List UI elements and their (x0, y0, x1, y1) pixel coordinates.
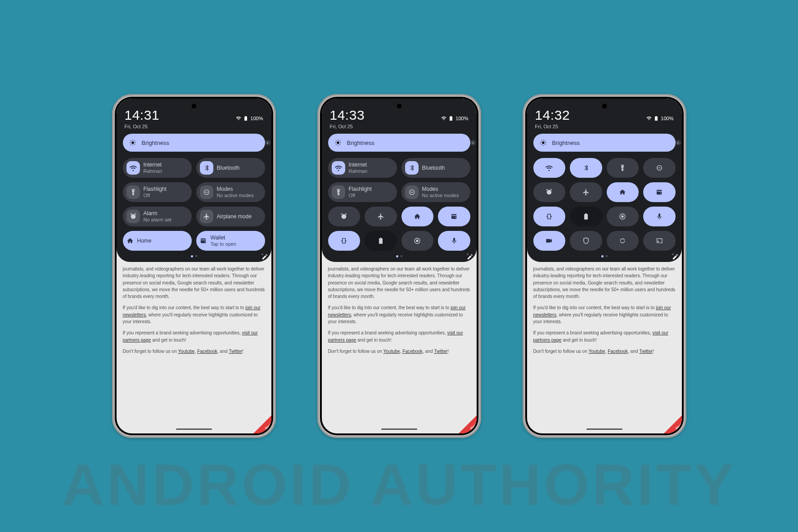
home-icon (619, 189, 626, 196)
qs-tile-wifi[interactable] (533, 158, 566, 178)
qs-tile-home[interactable] (401, 207, 434, 226)
qs-tile-sync[interactable] (607, 231, 639, 251)
youtube-link[interactable]: Youtube (588, 349, 605, 354)
qs-tile-shield[interactable] (570, 231, 602, 251)
qs-tile-wallet[interactable] (438, 207, 470, 226)
quick-settings-panel: 14:32100%Fri, Oct 25Brightness (527, 99, 682, 262)
status-icons: 100% (441, 116, 468, 121)
nav-bar[interactable] (176, 428, 212, 430)
flexi-badge (458, 415, 477, 433)
qs-tile-wifi[interactable]: InternetRahman (328, 158, 397, 178)
bluetooth-icon (408, 164, 415, 171)
partners-link[interactable]: visit our partners page (328, 330, 463, 342)
flexi-badge (663, 415, 682, 433)
qs-tile-wallet[interactable]: WalletTap to open (196, 231, 265, 251)
qs-tile-mic[interactable] (438, 231, 470, 251)
wifi-icon (546, 164, 553, 171)
nav-bar[interactable] (586, 428, 622, 430)
newsletters-link[interactable]: join our newsletters (533, 305, 671, 317)
qs-tile-home[interactable]: Home (123, 231, 192, 251)
edit-tiles-button[interactable] (672, 253, 674, 255)
qs-tile-battery[interactable] (570, 207, 602, 226)
qs-tile-flashlight[interactable] (607, 158, 639, 178)
status-icons: 100% (646, 116, 673, 121)
qs-tile-modes[interactable]: ModesNo active modes (401, 182, 470, 202)
date: Fri, Oct 25 (123, 124, 265, 134)
shield-icon (582, 237, 590, 244)
brightness-slider[interactable]: Brightness (123, 134, 265, 152)
phone-frame: 14:32100%Fri, Oct 25Brightnessjournalist… (523, 94, 686, 438)
rotate-icon (340, 237, 347, 244)
clock: 14:33 (330, 108, 365, 122)
bri-icon (334, 139, 342, 146)
qs-tile-mic[interactable] (643, 207, 676, 226)
youtube-link[interactable]: Youtube (178, 349, 194, 354)
wifi-icon (130, 164, 137, 171)
modes-icon (203, 189, 210, 196)
flashlight-icon (130, 189, 137, 196)
wifi-icon (335, 164, 342, 171)
qs-tile-camera[interactable] (533, 231, 566, 251)
flashlight-icon (619, 164, 626, 171)
qs-tile-wifi[interactable]: InternetRahman (123, 158, 192, 178)
qs-tile-rotate[interactable] (533, 207, 566, 226)
qs-tile-airplane[interactable] (570, 182, 602, 202)
qs-tile-alarm[interactable] (533, 182, 566, 202)
qs-tile-alarm[interactable]: AlarmNo alarm set (123, 207, 192, 226)
article: journalists, and videographers on our te… (527, 262, 682, 355)
record-icon (619, 213, 626, 220)
qs-tile-record[interactable] (401, 231, 434, 251)
quick-settings-panel: 14:31100%Fri, Oct 25BrightnessInternetRa… (117, 99, 271, 262)
twitter-link[interactable]: Twitter (229, 349, 242, 354)
facebook-link[interactable]: Facebook (197, 349, 217, 354)
qs-tile-bluetooth[interactable] (570, 158, 602, 178)
qs-tile-home[interactable] (607, 182, 639, 202)
airplane-icon (582, 189, 590, 196)
qs-tile-bluetooth[interactable]: Bluetooth (196, 158, 265, 178)
nav-bar[interactable] (381, 428, 417, 430)
qs-tile-record[interactable] (607, 207, 639, 226)
qs-tile-flashlight[interactable]: FlashlightOff (328, 182, 397, 202)
qs-tile-modes[interactable]: ModesNo active modes (196, 182, 265, 202)
youtube-link[interactable]: Youtube (383, 349, 400, 354)
alarm-icon (546, 189, 553, 196)
qs-tile-flashlight[interactable]: FlashlightOff (123, 182, 192, 202)
qs-tile-wallet[interactable] (643, 182, 676, 202)
qs-tile-airplane[interactable] (365, 207, 397, 226)
facebook-link[interactable]: Facebook (402, 349, 423, 354)
qs-tile-alarm[interactable] (328, 207, 361, 226)
partners-link[interactable]: visit our partners page (123, 330, 258, 342)
qs-tile-modes[interactable] (643, 158, 676, 178)
newsletters-link[interactable]: join our newsletters (123, 305, 261, 317)
article: journalists, and videographers on our te… (322, 262, 477, 355)
qs-tile-bluetooth[interactable]: Bluetooth (401, 158, 470, 178)
mic-icon (656, 213, 663, 220)
mic-icon (451, 237, 458, 244)
qs-tile-battery[interactable] (365, 231, 397, 251)
qs-tile-airplane[interactable]: Airplane mode (196, 207, 265, 226)
quick-settings-panel: 14:33100%Fri, Oct 25BrightnessInternetRa… (322, 99, 477, 262)
brightness-slider[interactable]: Brightness (533, 134, 676, 152)
twitter-link[interactable]: Twitter (639, 349, 653, 354)
qs-tile-rotate[interactable] (328, 231, 361, 251)
pager (328, 255, 470, 257)
bri-icon (540, 139, 547, 146)
qs-tile-cast[interactable] (643, 231, 676, 251)
twitter-link[interactable]: Twitter (434, 349, 447, 354)
sync-icon (619, 237, 626, 244)
airplane-icon (203, 213, 210, 220)
flexi-badge (252, 415, 271, 433)
facebook-link[interactable]: Facebook (608, 349, 628, 354)
partners-link[interactable]: visit our partners page (533, 330, 668, 342)
watermark: ANDROID AUTHORITY (0, 451, 798, 518)
edit-tiles-button[interactable] (261, 253, 263, 255)
edit-tiles-button[interactable] (467, 253, 469, 255)
alarm-icon (130, 213, 137, 220)
wallet-icon (200, 237, 207, 244)
status-icons: 100% (236, 116, 263, 121)
pager (533, 255, 676, 257)
date: Fri, Oct 25 (328, 124, 470, 134)
wallet-icon (656, 189, 663, 196)
brightness-slider[interactable]: Brightness (328, 134, 470, 152)
newsletters-link[interactable]: join our newsletters (328, 305, 466, 317)
